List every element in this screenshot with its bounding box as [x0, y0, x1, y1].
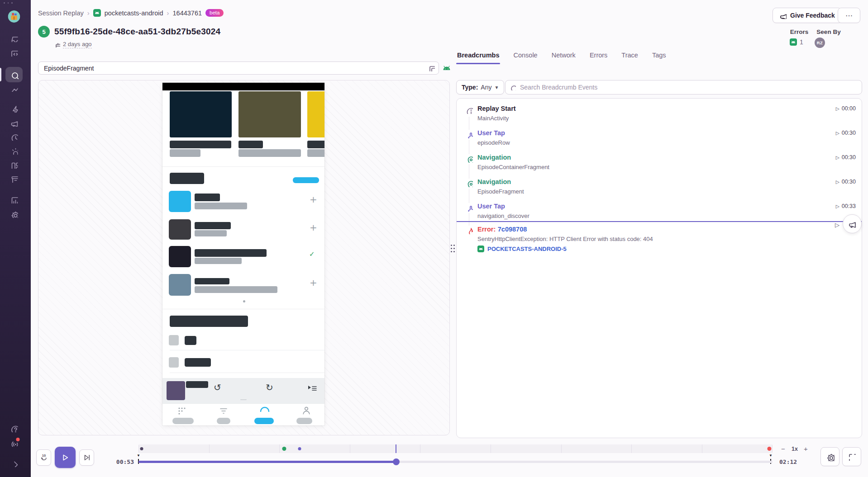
- skeleton-bar: [238, 149, 301, 157]
- timeline-event-marker[interactable]: [140, 447, 143, 450]
- seen-by-avatar[interactable]: RZ: [815, 38, 825, 48]
- sidebar-item-issues[interactable]: [10, 34, 18, 42]
- layout-grid-icon: [10, 161, 18, 169]
- sidebar-item-alerts[interactable]: [10, 147, 18, 155]
- replay-player-viewport[interactable]: + + ✓ + ↺: [38, 80, 450, 435]
- skeleton-bar: [195, 222, 231, 229]
- sidebar-item-settings[interactable]: [10, 210, 18, 218]
- zoom-out-button[interactable]: −: [781, 445, 785, 453]
- panel-resize-handle[interactable]: [451, 245, 455, 253]
- profile-icon: [301, 406, 311, 416]
- give-feedback-button[interactable]: Give Feedback: [773, 8, 842, 23]
- chevron-right-icon: [10, 459, 18, 467]
- sidebar-item-replays[interactable]: [10, 133, 18, 141]
- timeline-event-marker[interactable]: [282, 447, 286, 451]
- breadcrumb: Session Replay › pocketcasts-android › 1…: [38, 9, 224, 17]
- sidebar-item-explore-active[interactable]: [5, 67, 23, 82]
- more-options-button[interactable]: ⋯: [838, 8, 860, 23]
- breadcrumb-session-replay[interactable]: Session Replay: [38, 9, 84, 17]
- event-timestamp-button[interactable]: ▷00:30: [836, 154, 856, 161]
- sidebar-item-integrations[interactable]: [10, 161, 18, 169]
- tab[interactable]: Console: [512, 51, 538, 64]
- sidebar-item-whats-new[interactable]: [10, 439, 18, 447]
- tab[interactable]: Network: [551, 51, 577, 64]
- trim-end-marker[interactable]: ▼: [769, 453, 773, 458]
- skeleton-pill: [296, 418, 312, 424]
- event-title: Replay Start: [477, 105, 855, 113]
- tab[interactable]: Tags: [651, 51, 667, 64]
- play-icon: ▷: [836, 203, 839, 209]
- detail-tabs: Breadcrumbs Console Network Errors Trace…: [456, 51, 667, 64]
- issue-link[interactable]: POCKETCASTS-ANDROID-5: [487, 246, 567, 252]
- fullscreen-button[interactable]: [842, 447, 861, 466]
- playback-speed[interactable]: 1x: [792, 446, 798, 452]
- project-count-badge: 5: [38, 26, 50, 38]
- error-event-row[interactable]: Error: 7c098708 SentryHttpClientExceptio…: [457, 223, 862, 252]
- tab-label: Errors: [590, 52, 607, 59]
- breadcrumb-search-input[interactable]: [505, 80, 862, 94]
- error-play-button[interactable]: ▷: [835, 222, 839, 228]
- breadcrumb-replay-number[interactable]: 16443761: [173, 9, 202, 17]
- breadcrumb-event-row[interactable]: Navigation EpisodeFragment ▷00:30: [457, 175, 862, 199]
- total-time: 02:12: [779, 458, 803, 465]
- copy-button[interactable]: [428, 64, 435, 71]
- dom-search-input[interactable]: [38, 61, 439, 75]
- sidebar-item-projects[interactable]: [10, 49, 18, 57]
- error-id-link[interactable]: 7c098708: [498, 226, 527, 233]
- time-ago-link[interactable]: 2 days ago: [63, 41, 92, 48]
- fire-icon: [465, 226, 473, 236]
- trim-start-marker[interactable]: ▼: [137, 453, 140, 458]
- tab[interactable]: Breadcrumbs: [456, 51, 500, 64]
- event-timestamp-button[interactable]: ▷00:30: [836, 179, 856, 185]
- timeline-event-marker[interactable]: [396, 444, 396, 453]
- breadcrumb-separator: ›: [167, 9, 169, 17]
- timeline-playhead[interactable]: [393, 458, 400, 465]
- zoom-in-button[interactable]: +: [804, 445, 808, 453]
- event-detail: navigation_discover: [477, 213, 855, 219]
- divider: [170, 350, 324, 350]
- type-filter-dropdown[interactable]: Type: Any ▼: [456, 80, 504, 94]
- breadcrumb-event-row[interactable]: User Tap navigation_discover ▷00:33: [457, 199, 862, 223]
- skeleton-card: [170, 91, 232, 137]
- tab-label: Tags: [652, 52, 666, 59]
- tab[interactable]: Errors: [589, 51, 608, 64]
- sidebar-item-dashboards[interactable]: [10, 84, 18, 92]
- event-timestamp-button[interactable]: ▷00:30: [836, 130, 856, 136]
- sidebar-item-feedback[interactable]: [10, 119, 18, 127]
- skeleton-bar: [195, 258, 242, 264]
- tab-label: Breadcrumbs: [457, 52, 499, 59]
- timeline-event-strip[interactable]: [138, 444, 773, 453]
- breadcrumb-event-row[interactable]: Navigation EpisodeContainerFragment ▷00:…: [457, 150, 862, 175]
- play-icon: ▷: [836, 106, 839, 111]
- location-pin-icon: [466, 156, 473, 163]
- replayed-device-screen: + + ✓ + ↺: [162, 83, 324, 425]
- sidebar-expand-button[interactable]: [10, 459, 18, 467]
- event-title: User Tap: [477, 203, 855, 210]
- event-timestamp-button[interactable]: ▷00:00: [836, 105, 856, 112]
- breadcrumb-event-row[interactable]: Replay Start MainActivity ▷00:00: [457, 101, 862, 126]
- tab-label: Network: [552, 52, 576, 59]
- breadcrumb-project[interactable]: pocketcasts-android: [105, 9, 163, 17]
- skeleton-bar: [186, 381, 208, 388]
- skip-to-end-button[interactable]: [79, 449, 94, 466]
- timeline-scrubber[interactable]: [138, 461, 773, 463]
- timeline-event-marker[interactable]: [298, 447, 301, 450]
- play-button[interactable]: [55, 447, 76, 468]
- skeleton-bar: [185, 358, 211, 367]
- divider: [162, 166, 324, 167]
- feedback-float-button[interactable]: [843, 214, 862, 233]
- issue-chip[interactable]: POCKETCASTS-ANDROID-5: [477, 246, 855, 252]
- player-settings-button[interactable]: [820, 447, 839, 466]
- timeline-event-marker[interactable]: [767, 447, 771, 451]
- skeleton-pill: [217, 418, 230, 424]
- org-avatar[interactable]: [8, 10, 20, 23]
- jump-back-button[interactable]: 10: [36, 449, 51, 466]
- sidebar-item-stats[interactable]: [10, 196, 18, 203]
- event-timestamp-button[interactable]: ▷00:33: [836, 203, 856, 209]
- sidebar-item-help[interactable]: [10, 425, 18, 432]
- breadcrumb-event-row[interactable]: User Tap episodeRow ▷00:30: [457, 126, 862, 150]
- sidebar-item-insights[interactable]: [10, 105, 18, 113]
- sidebar-item-releases[interactable]: [10, 175, 18, 183]
- skeleton-status-bar: [162, 83, 324, 90]
- tab[interactable]: Trace: [620, 51, 639, 64]
